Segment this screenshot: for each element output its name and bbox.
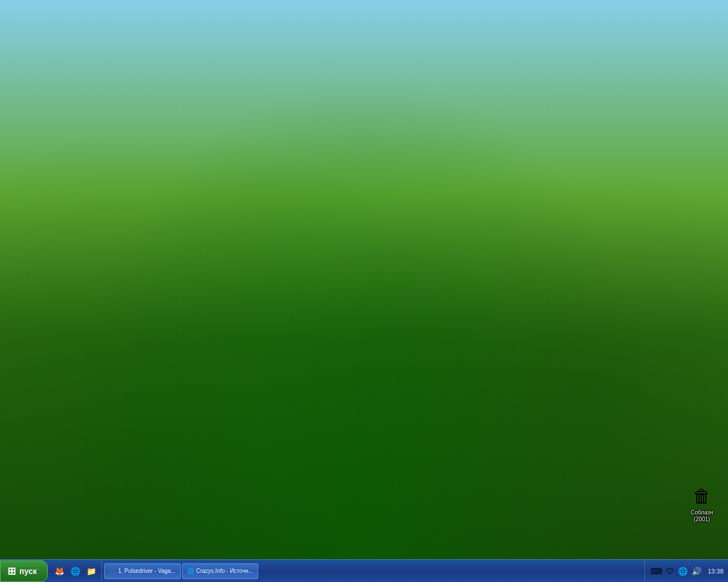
start-label: пуск [19, 567, 37, 576]
tray-shield-icon[interactable]: 🛡 [665, 566, 675, 577]
ql-folder-icon[interactable]: 📁 [84, 564, 99, 579]
desktop: 🗑 Соблазн (2001) [0, 0, 728, 559]
ql-ie-icon[interactable]: 🌐 [68, 564, 83, 579]
taskbar: ⊞ пуск 🦊 🌐 📁 🎵 1. Pulsedriver - Vaga... … [0, 559, 728, 582]
tray-network-icon[interactable]: 🌐 [677, 566, 689, 577]
recycle-bin-icon[interactable]: 🗑 Соблазн (2001) [681, 483, 722, 525]
windows-logo: ⊞ [7, 565, 16, 577]
tray-volume-icon[interactable]: 🔊 [690, 566, 702, 577]
taskbar-tasks: 🎵 1. Pulsedriver - Vaga... 🌐 Crazys.Info… [102, 560, 645, 582]
system-tray: ⌨ 🛡 🌐 🔊 13:38 [644, 560, 728, 582]
desktop-icon-grid [0, 0, 728, 559]
ql-firefox-icon[interactable]: 🦊 [52, 564, 67, 579]
system-clock[interactable]: 13:38 [704, 568, 723, 575]
task-crazys[interactable]: 🌐 Crazys.Info - Источн... [182, 563, 259, 579]
start-button[interactable]: ⊞ пуск [0, 560, 48, 582]
tray-keyboard-icon[interactable]: ⌨ [650, 566, 663, 577]
quick-launch-bar: 🦊 🌐 📁 [50, 560, 102, 582]
task-pulsedriver[interactable]: 🎵 1. Pulsedriver - Vaga... [104, 563, 181, 579]
